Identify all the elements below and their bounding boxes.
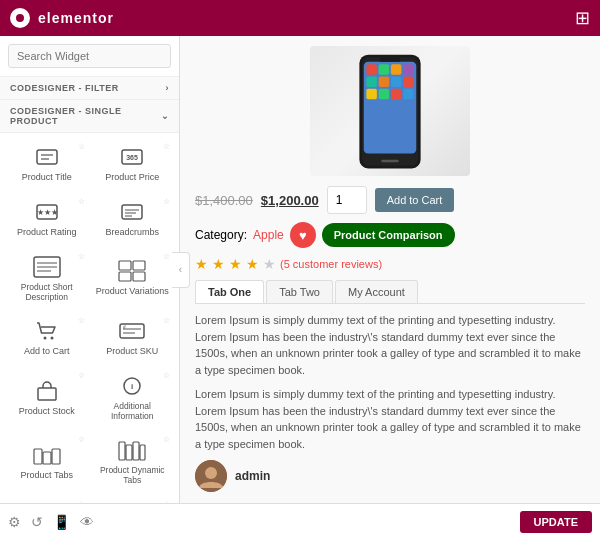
tabs-row: Tab One Tab Two My Account	[195, 280, 585, 304]
svg-rect-61	[380, 57, 401, 61]
svg-rect-16	[133, 261, 145, 270]
widget-additional-information[interactable]: i Additional Information ☆	[90, 366, 176, 430]
widget-product-title[interactable]: Product Title ☆	[4, 137, 90, 192]
chevron-right-icon: ›	[166, 83, 170, 93]
new-price: $1,200.00	[261, 193, 319, 208]
widget-product-short-description[interactable]: Product Short Description ☆	[4, 247, 90, 311]
sidebar-collapse-button[interactable]: ‹	[172, 252, 190, 288]
wishlist-button[interactable]: ♥	[290, 222, 316, 248]
widget-product-rating[interactable]: ★★★ Product Rating ☆	[4, 192, 90, 247]
svg-rect-33	[133, 442, 139, 460]
product-short-description-icon	[33, 256, 61, 278]
add-to-cart-icon	[33, 320, 61, 342]
widget-additional-information-label: Additional Information	[95, 401, 171, 421]
svg-point-19	[43, 336, 46, 339]
search-input[interactable]	[8, 44, 171, 68]
svg-point-20	[50, 336, 53, 339]
content-paragraph-2: Lorem Ipsum is simply dummy text of the …	[195, 386, 585, 452]
svg-text:365: 365	[126, 154, 138, 161]
svg-rect-25	[38, 388, 56, 400]
codesigner-single-product-header[interactable]: CODESIGNER - SINGLE PRODUCT ⌄	[0, 100, 179, 133]
svg-rect-28	[34, 449, 42, 464]
add-to-cart-button[interactable]: Add to Cart	[375, 188, 455, 212]
bottom-bar: ⚙ ↺ 📱 👁 UPDATE	[0, 503, 600, 539]
tab-two[interactable]: Tab Two	[266, 280, 333, 303]
svg-rect-56	[366, 88, 377, 99]
svg-text:#: #	[123, 324, 126, 330]
bottom-icons: ⚙ ↺ 📱 👁	[8, 514, 94, 530]
product-title-icon	[33, 146, 61, 168]
grid-icon[interactable]: ⊞	[575, 7, 590, 29]
svg-text:★★★: ★★★	[36, 208, 57, 217]
admin-name: admin	[235, 469, 270, 483]
product-price-icon: 365	[118, 146, 146, 168]
update-button[interactable]: UPDATE	[520, 511, 592, 533]
svg-rect-60	[381, 159, 399, 162]
mobile-icon[interactable]: 📱	[53, 514, 70, 530]
codesigner-filter-header[interactable]: CODESIGNER - FILTER ›	[0, 77, 179, 100]
widget-product-categories[interactable]: Product Categories ☆	[90, 495, 176, 503]
widget-grid: Product Title ☆ 365 Product Price ☆ ★★★ …	[0, 133, 179, 503]
svg-rect-52	[366, 76, 377, 87]
product-stock-icon	[33, 380, 61, 402]
tab-my-account[interactable]: My Account	[335, 280, 418, 303]
widget-product-sku[interactable]: # Product SKU ☆	[90, 311, 176, 366]
svg-rect-49	[379, 64, 390, 75]
svg-rect-32	[126, 445, 132, 460]
widget-product-variations[interactable]: Product Variations ☆	[90, 247, 176, 311]
svg-rect-30	[52, 449, 60, 464]
review-link[interactable]: (5 customer reviews)	[280, 258, 382, 270]
product-tabs-icon	[33, 444, 61, 466]
quantity-input[interactable]	[327, 186, 367, 214]
svg-rect-0	[37, 150, 57, 164]
content-area: $1,400.00 $1,200.00 Add to Cart Category…	[180, 36, 600, 503]
svg-rect-59	[403, 88, 414, 99]
stars-row: ★ ★ ★ ★ ★ (5 customer reviews)	[195, 256, 585, 272]
widget-product-price-label: Product Price	[105, 172, 159, 183]
search-bar	[0, 36, 179, 77]
svg-rect-34	[140, 445, 145, 460]
history-icon[interactable]: ↺	[31, 514, 43, 530]
breadcrumbs-icon	[118, 201, 146, 223]
widget-product-meta[interactable]: Product Meta ☆	[4, 495, 90, 503]
svg-rect-17	[119, 272, 131, 281]
svg-rect-31	[119, 442, 125, 460]
eye-icon[interactable]: 👁	[80, 514, 94, 530]
widget-breadcrumbs[interactable]: Breadcrumbs ☆	[90, 192, 176, 247]
tab-one[interactable]: Tab One	[195, 280, 264, 303]
product-image-area	[195, 46, 585, 176]
widget-product-variations-label: Product Variations	[96, 286, 169, 297]
svg-rect-50	[391, 64, 402, 75]
svg-rect-58	[391, 88, 402, 99]
widget-add-to-cart-label: Add to Cart	[24, 346, 70, 357]
svg-rect-53	[379, 76, 390, 87]
widget-product-tabs[interactable]: Product Tabs ☆	[4, 430, 90, 494]
widget-product-rating-label: Product Rating	[17, 227, 77, 238]
phone-svg	[355, 54, 425, 169]
svg-text:i: i	[131, 382, 133, 391]
product-comparison-button[interactable]: Product Comparison	[322, 223, 455, 247]
category-row: Category: Apple ♥ Product Comparison	[195, 222, 585, 248]
svg-rect-47	[364, 61, 417, 153]
admin-avatar	[195, 460, 227, 492]
settings-icon[interactable]: ⚙	[8, 514, 21, 530]
sidebar: CODESIGNER - FILTER › CODESIGNER - SINGL…	[0, 36, 180, 503]
widget-add-to-cart[interactable]: Add to Cart ☆	[4, 311, 90, 366]
widget-product-stock-label: Product Stock	[19, 406, 75, 417]
svg-rect-57	[379, 88, 390, 99]
product-dynamic-tabs-icon	[118, 439, 146, 461]
widget-product-dynamic-tabs[interactable]: Product Dynamic Tabs ☆	[90, 430, 176, 494]
star-1: ★	[195, 256, 208, 272]
widget-product-stock[interactable]: Product Stock ☆	[4, 366, 90, 430]
additional-information-icon: i	[118, 375, 146, 397]
category-value[interactable]: Apple	[253, 228, 284, 242]
svg-rect-18	[133, 272, 145, 281]
widget-product-sku-label: Product SKU	[106, 346, 158, 357]
widget-product-price[interactable]: 365 Product Price ☆	[90, 137, 176, 192]
admin-row: admin	[195, 460, 585, 492]
svg-rect-54	[391, 76, 402, 87]
product-variations-icon	[118, 260, 146, 282]
old-price: $1,400.00	[195, 193, 253, 208]
widget-breadcrumbs-label: Breadcrumbs	[105, 227, 159, 238]
svg-point-63	[205, 467, 217, 479]
